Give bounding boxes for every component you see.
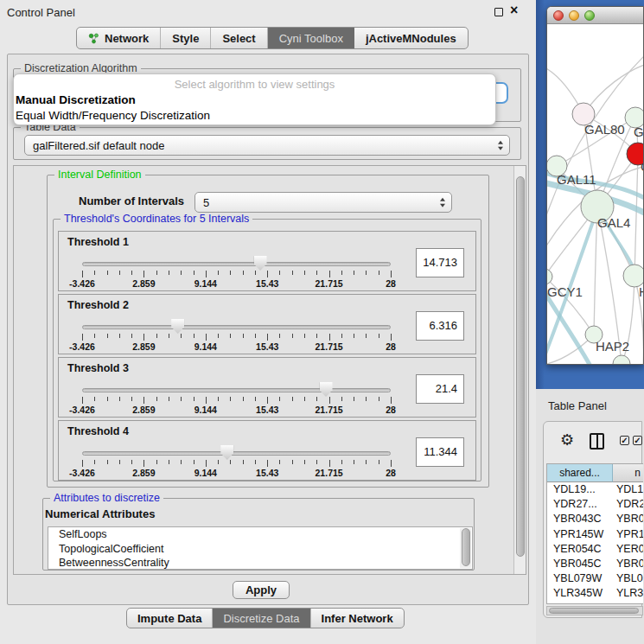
slider-tick-label: 2.859	[132, 278, 155, 289]
tab-style[interactable]: Style	[161, 28, 211, 48]
table-cell: YER0	[613, 542, 643, 557]
list-item[interactable]: SelfLoops	[48, 527, 472, 542]
tab-infer-network[interactable]: Infer Network	[311, 609, 404, 628]
tab-discretize-data[interactable]: Discretize Data	[213, 609, 310, 628]
slider-tick	[194, 460, 194, 464]
tab-cyni-toolbox[interactable]: Cyni Toolbox	[268, 28, 354, 48]
slider-tick	[243, 271, 244, 275]
table-row[interactable]: YBR043CYBR0	[547, 512, 643, 526]
table-cell: YER054C	[547, 542, 613, 557]
group-title: Attributes to discretize	[50, 492, 163, 504]
slider-thumb[interactable]	[171, 319, 184, 334]
tab-jactivemnodules[interactable]: jActiveMNodules	[354, 28, 468, 48]
list-item[interactable]: BetweennessCentrality	[48, 556, 472, 570]
scrollbar-thumb[interactable]	[462, 528, 470, 566]
slider-tick	[379, 334, 379, 338]
scrollbar-thumb[interactable]	[549, 608, 639, 614]
slider-track[interactable]	[82, 451, 391, 456]
tab-impute-data[interactable]: Impute Data	[127, 609, 213, 628]
table-data-combobox[interactable]: galFiltered.sif default node	[24, 135, 510, 156]
dropdown-placeholder: Select algorithm to view settings	[14, 78, 495, 92]
table-row[interactable]: YBL079WYBL0	[547, 571, 643, 586]
table-cell: YDR2	[613, 497, 643, 512]
network-edge[interactable]	[634, 154, 638, 276]
column-header-name[interactable]: n	[613, 464, 643, 482]
network-canvas[interactable]: GAL80GCGAL11GAL4GCY1HHAP2	[547, 25, 644, 365]
slider-tick	[181, 397, 182, 401]
group-title: Discretization Algorithm	[21, 62, 141, 73]
table-row[interactable]: YPR145WYPR1	[547, 527, 643, 542]
slider-thumb[interactable]	[320, 382, 333, 397]
table-cell: YLR3	[613, 586, 643, 601]
slider-tick	[366, 397, 367, 401]
threshold-value-input[interactable]: 14.713	[416, 248, 464, 277]
threshold-value-input[interactable]: 6.316	[416, 311, 464, 341]
threshold-value-input[interactable]: 11.344	[416, 437, 464, 467]
slider-tick	[354, 334, 354, 338]
table-row[interactable]: YBR045CYBR0	[547, 557, 643, 571]
table-row[interactable]: YIL052CYIL0	[547, 602, 643, 605]
split-columns-icon[interactable]	[590, 433, 604, 450]
dropdown-option-equal-width-frequency[interactable]: Equal Width/Frequency Discretization	[14, 108, 495, 124]
slider-tick	[143, 271, 144, 277]
tab-network[interactable]: Network	[77, 28, 161, 48]
num-intervals-combobox[interactable]: 5	[194, 192, 452, 213]
slider-tick	[354, 460, 354, 464]
network-graph[interactable]: GAL80GCGAL11GAL4GCY1HHAP2	[547, 25, 644, 365]
zoom-traffic-light-icon[interactable]	[584, 10, 595, 21]
table-row[interactable]: YDR27...YDR2	[547, 497, 643, 512]
list-scrollbar[interactable]	[460, 528, 471, 568]
slider-tick-label: -3.426	[69, 405, 95, 415]
scrollbar-thumb[interactable]	[516, 176, 525, 557]
numerical-attributes-label: Numerical Attributes	[45, 507, 155, 520]
slider-track[interactable]	[82, 388, 391, 392]
apply-button[interactable]: Apply	[233, 581, 290, 599]
slider-tick	[267, 397, 268, 404]
slider-tick-label: 2.859	[132, 405, 155, 415]
threshold-value-input[interactable]: 21.4	[416, 374, 464, 404]
table-row[interactable]: YER054CYER0	[547, 542, 643, 557]
network-window-titlebar[interactable]	[547, 7, 644, 24]
dropdown-option-manual-discretization[interactable]: Manual Discretization	[14, 92, 495, 108]
checked-checkbox-icon[interactable]: ✓	[633, 436, 642, 445]
vertical-scrollbar[interactable]	[513, 166, 526, 574]
table-row[interactable]: YLR345WYLR3	[547, 586, 643, 601]
column-header-shared-name[interactable]: shared...	[547, 464, 613, 482]
combobox-value: galFiltered.sif default node	[25, 139, 164, 152]
checked-checkbox-icon[interactable]: ✓	[620, 436, 629, 445]
slider-tick-label: 2.859	[132, 341, 155, 352]
list-item[interactable]: TopologicalCoefficient	[48, 542, 472, 557]
horizontal-scrollbar[interactable]	[546, 606, 643, 615]
slider-tick-label: 2.859	[132, 468, 155, 478]
slider-thumb[interactable]	[254, 256, 267, 271]
float-window-icon[interactable]	[494, 8, 503, 16]
slider-tick	[206, 460, 207, 467]
network-edge[interactable]	[583, 63, 644, 114]
numerical-attributes-list[interactable]: SelfLoopsTopologicalCoefficientBetweenne…	[48, 526, 473, 570]
slider-tick-label: -3.426	[69, 278, 95, 289]
network-node[interactable]	[613, 355, 630, 365]
slider-tick-label: 28	[386, 468, 396, 478]
app-root: Control Panel × Network Style Select Cyn…	[0, 0, 644, 644]
table-cell: YBR0	[613, 512, 643, 526]
close-icon[interactable]: ×	[510, 3, 518, 18]
slider-track[interactable]	[82, 262, 391, 266]
gear-icon[interactable]: ⚙	[560, 431, 574, 449]
slider-tick	[304, 397, 305, 401]
slider-tick-label: 21.715	[316, 405, 343, 415]
slider-track[interactable]	[82, 325, 391, 329]
slider-tick	[169, 397, 169, 401]
tab-label: Network	[105, 32, 149, 45]
tab-label: Impute Data	[137, 612, 201, 625]
close-traffic-light-icon[interactable]	[553, 10, 564, 21]
table-row[interactable]: YDL19...YDL1	[547, 482, 643, 497]
node-label: GAL4	[597, 215, 630, 230]
slider-tick	[169, 334, 169, 338]
tab-select[interactable]: Select	[211, 28, 267, 48]
node-label: C	[641, 159, 644, 174]
network-node[interactable]	[547, 269, 552, 284]
slider-tick-label: 9.144	[194, 341, 217, 352]
minimize-traffic-light-icon[interactable]	[569, 10, 579, 21]
slider-tick	[379, 397, 379, 401]
slider-thumb[interactable]	[220, 445, 233, 460]
